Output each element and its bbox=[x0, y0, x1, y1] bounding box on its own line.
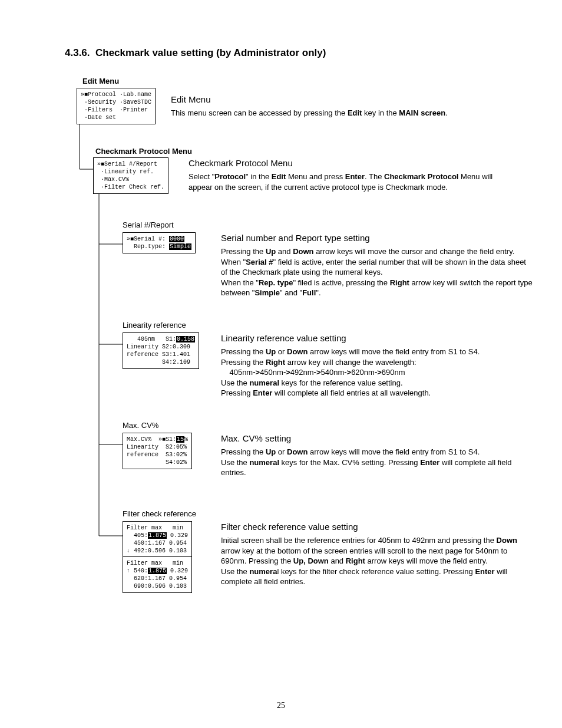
cpm-heading: Checkmark Protocol Menu bbox=[95, 147, 192, 156]
serial-label: Serial #/Report bbox=[123, 220, 174, 229]
section-number: 4.3.6. bbox=[65, 47, 90, 58]
linearity-desc-title: Linearity reference value setting bbox=[221, 332, 533, 344]
filtercheck-label: Filter check reference bbox=[123, 509, 196, 518]
cpm-desc-text: Select "Protocol" in the Edit Menu and p… bbox=[189, 172, 518, 192]
page-number: 25 bbox=[0, 701, 562, 710]
maxcv-desc-title: Max. CV% setting bbox=[221, 433, 533, 444]
maxcv-lcd: Max.CV% »■S1:15% Linearity S2:05% refere… bbox=[123, 433, 192, 469]
linearity-lcd: 405nm S1:0.158 Linearity S2:0.309 refere… bbox=[123, 332, 199, 369]
maxcv-label: Max. CV% bbox=[123, 421, 158, 430]
edit-menu-desc-title: Edit Menu bbox=[171, 94, 501, 106]
linearity-desc-text: Pressing the Up or Down arrow keys will … bbox=[221, 347, 533, 398]
section-heading: 4.3.6. Checkmark value setting (by Admin… bbox=[65, 47, 533, 59]
serial-desc-text: Pressing the Up and Down arrow keys will… bbox=[221, 246, 533, 298]
filtercheck-lcd-1: Filter max min 405:1.875 0.329 450:1.167… bbox=[123, 521, 192, 558]
cpm-lcd: »■Serial #/Report ·Linearity ref. ·Max.C… bbox=[93, 157, 168, 194]
linearity-description: Linearity reference value setting Pressi… bbox=[221, 332, 533, 398]
serial-description: Serial number and Report type setting Pr… bbox=[221, 232, 533, 298]
maxcv-desc-text: Pressing the Up or Down arrow keys will … bbox=[221, 447, 533, 478]
edit-menu-lcd: »■Protocol ·Lab.name ·Security ·SaveSTDC… bbox=[77, 88, 156, 124]
edit-menu-heading: Edit Menu bbox=[82, 77, 533, 85]
edit-menu-description: Edit Menu This menu screen can be access… bbox=[171, 94, 501, 118]
serial-desc-title: Serial number and Report type setting bbox=[221, 232, 533, 244]
maxcv-description: Max. CV% setting Pressing the Up or Down… bbox=[221, 433, 533, 478]
filtercheck-desc-text: Initial screen shall be the reference en… bbox=[221, 535, 533, 587]
cpm-desc-title: Checkmark Protocol Menu bbox=[189, 157, 518, 169]
filtercheck-description: Filter check reference value setting Ini… bbox=[221, 521, 533, 587]
filtercheck-desc-title: Filter check reference value setting bbox=[221, 521, 533, 533]
filtercheck-lcd-2: Filter max min ↑ 540:1.875 0.329 620:1.1… bbox=[123, 556, 192, 593]
cpm-description: Checkmark Protocol Menu Select "Protocol… bbox=[189, 157, 518, 192]
serial-lcd: »■Serial #: 0000 Rep.type: Simple bbox=[123, 232, 196, 253]
linearity-label: Linearity reference bbox=[123, 321, 186, 330]
section-title-text: Checkmark value setting (by Administrato… bbox=[95, 47, 326, 58]
edit-menu-desc-text: This menu screen can be accessed by pres… bbox=[171, 108, 501, 118]
